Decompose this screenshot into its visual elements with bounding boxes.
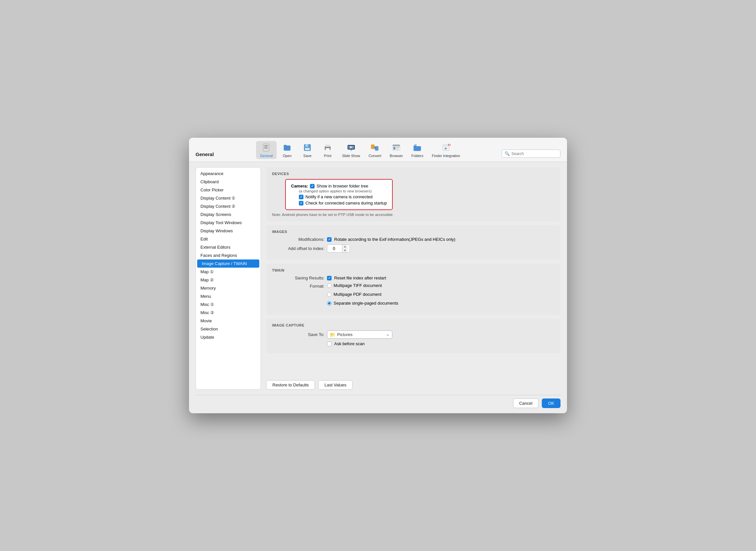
browser-icon (391, 142, 402, 153)
sidebar-item-image-capture[interactable]: Image Capture / TWAIN (197, 259, 259, 267)
svg-rect-23 (396, 148, 398, 149)
main-panel: Devices Camera: Show in browser folder t… (266, 167, 560, 390)
toolbar-item-save[interactable]: Save (298, 141, 317, 159)
toolbar-item-folders[interactable]: Folders (407, 141, 427, 159)
svg-rect-1 (264, 145, 268, 146)
format-label: Format: (272, 283, 324, 289)
sidebar-item-display-screens[interactable]: Display Screens (196, 210, 261, 218)
sidebar-item-external-editors[interactable]: External Editors (196, 243, 261, 251)
offset-row: Add offset to index: 0 ▲ ▼ (272, 244, 555, 252)
offset-input-wrap: 0 ▲ ▼ (327, 244, 350, 252)
offset-stepper: ▲ ▼ (342, 245, 348, 252)
sidebar-item-display-tool-windows[interactable]: Display Tool Windows (196, 218, 261, 227)
sidebar-item-clipboard[interactable]: Clipboard (196, 178, 261, 186)
rotate-label: Rotate according to the Exif information… (334, 237, 455, 242)
footer-buttons: Cancel OK (189, 395, 567, 413)
finder-icon: EXIT (441, 142, 451, 153)
toolbar-item-general[interactable]: General (256, 141, 277, 159)
search-input[interactable] (511, 151, 557, 156)
sidebar-item-update[interactable]: Update (196, 333, 261, 341)
check-startup-row: Check for connected camera during startu… (299, 200, 387, 205)
format-options: Multipage TIFF document Multipage PDF do… (327, 283, 398, 308)
save-to-select[interactable]: Pictures (327, 331, 392, 339)
check-startup-label: Check for connected camera during startu… (305, 200, 387, 205)
format-option-0: Multipage TIFF document (327, 283, 398, 288)
bottom-buttons-bar: Restore to Defaults Last Values (266, 376, 560, 390)
sidebar-item-memory[interactable]: Memory (196, 284, 261, 292)
format-option-1: Multipage PDF document (327, 292, 398, 297)
toolbar-item-print[interactable]: Print (318, 141, 337, 159)
toolbar-item-slideshow[interactable]: Slide Show (338, 141, 364, 159)
toolbar-label-finder: Finder Integration (432, 154, 460, 158)
modifications-label: Modifications: (272, 237, 324, 242)
sidebar-item-map-2[interactable]: Map ② (196, 276, 261, 284)
sidebar-item-appearance[interactable]: Appearance (196, 169, 261, 178)
reset-file-index-checkbox[interactable] (327, 276, 332, 281)
save-icon (302, 142, 313, 153)
last-values-button[interactable]: Last Values (318, 380, 352, 390)
show-in-browser-label: Show in browser folder tree (317, 183, 368, 188)
toolbar-item-finder[interactable]: EXIT Finder Integration (428, 141, 464, 159)
offset-increment[interactable]: ▲ (342, 245, 348, 249)
devices-title: Devices (272, 172, 555, 176)
toolbar-items: General Open (222, 141, 498, 159)
check-startup-checkbox[interactable] (299, 201, 303, 205)
format-radio-0[interactable] (327, 284, 332, 288)
sidebar-item-misc-2[interactable]: Misc ② (196, 309, 261, 317)
folders-icon (412, 142, 422, 153)
offset-decrement[interactable]: ▼ (342, 249, 348, 252)
cancel-button[interactable]: Cancel (513, 399, 539, 408)
sidebar-item-display-content-1[interactable]: Display Content ① (196, 194, 261, 202)
sidebar-item-faces-regions[interactable]: Faces and Regions (196, 251, 261, 259)
ask-before-scan-row: Ask before scan (272, 341, 555, 346)
sidebar-item-movie[interactable]: Movie (196, 317, 261, 325)
notify-camera-label: Notify if a new camera is connected (305, 194, 372, 199)
sidebar-item-color-picker[interactable]: Color Picker (196, 186, 261, 194)
svg-rect-10 (326, 148, 330, 151)
ok-button[interactable]: OK (542, 399, 560, 408)
images-title: Images (272, 230, 555, 233)
main-window: General General (189, 138, 567, 413)
toolbar-item-browser[interactable]: Browser (386, 141, 407, 159)
window-title: General (196, 151, 222, 159)
svg-rect-22 (396, 147, 399, 148)
saving-results-label: Saving Results: (272, 276, 324, 281)
restore-defaults-button[interactable]: Restore to Defaults (266, 380, 315, 390)
sidebar-item-display-content-2[interactable]: Display Content ② (196, 202, 261, 210)
notify-camera-checkbox[interactable] (299, 195, 303, 199)
show-in-browser-checkbox[interactable] (310, 184, 315, 188)
svg-point-11 (329, 147, 330, 148)
sidebar-item-edit[interactable]: Edit (196, 235, 261, 243)
format-radio-1[interactable] (327, 292, 332, 297)
svg-rect-20 (393, 146, 400, 146)
format-radio-2[interactable] (327, 301, 332, 306)
sidebar-item-misc-1[interactable]: Misc ① (196, 301, 261, 309)
devices-section: Devices Camera: Show in browser folder t… (266, 167, 560, 221)
toolbar-item-convert[interactable]: Convert (365, 141, 385, 159)
print-icon (322, 142, 333, 153)
toolbar-label-save: Save (303, 154, 312, 158)
sidebar-item-selection[interactable]: Selection (196, 325, 261, 333)
search-box[interactable]: 🔍 (502, 149, 560, 158)
sidebar-item-display-windows[interactable]: Display Windows (196, 227, 261, 235)
toolbar-label-browser: Browser (390, 154, 403, 158)
search-icon: 🔍 (505, 151, 510, 156)
sidebar-item-map-1[interactable]: Map ① (196, 267, 261, 276)
format-row: Format: Multipage TIFF document Multipag… (272, 283, 555, 308)
saving-results-row: Saving Results: Reset file index after r… (272, 276, 555, 281)
ask-before-scan-label: Ask before scan (334, 341, 365, 346)
toolbar-item-open[interactable]: Open (277, 141, 297, 159)
svg-rect-0 (263, 144, 269, 151)
rotate-checkbox[interactable] (327, 237, 332, 242)
svg-rect-21 (393, 147, 395, 149)
format-option-label-2: Separate single-paged documents (334, 301, 398, 306)
sidebar-item-menu[interactable]: Menu (196, 292, 261, 301)
open-icon (282, 142, 292, 153)
svg-rect-16 (371, 145, 374, 149)
offset-input[interactable]: 0 (327, 245, 342, 252)
format-option-label-1: Multipage PDF document (334, 292, 382, 297)
ask-before-scan-checkbox[interactable] (327, 342, 332, 346)
save-to-row: Save To: 📁 Pictures (272, 331, 555, 339)
format-option-2: Separate single-paged documents (327, 301, 398, 306)
toolbar-label-slideshow: Slide Show (342, 154, 360, 158)
